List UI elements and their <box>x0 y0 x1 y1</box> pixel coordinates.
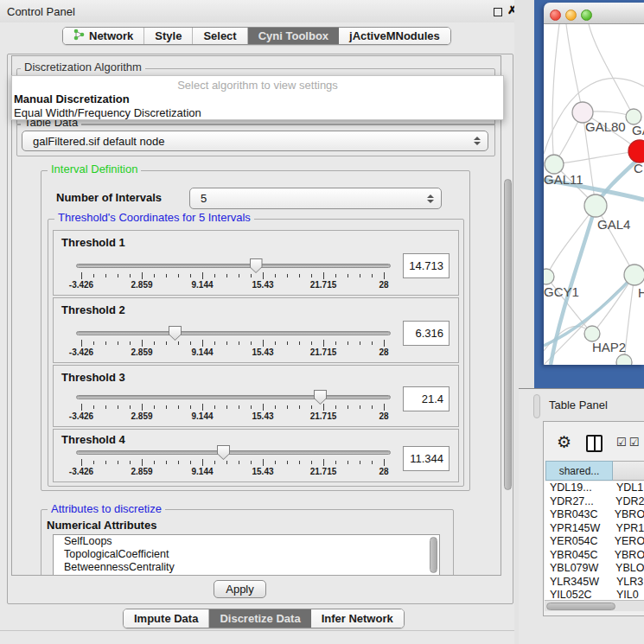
tab-select[interactable]: Select <box>193 28 247 44</box>
list-item[interactable]: TopologicalCoefficient <box>54 548 439 561</box>
table-row[interactable]: YBR045CYBRO <box>545 549 644 563</box>
network-node[interactable] <box>628 140 644 163</box>
column-header[interactable]: shared... <box>545 461 613 481</box>
minor-tick <box>154 274 155 277</box>
cell-shared-name: YDR27... <box>545 495 612 509</box>
minor-tick <box>360 405 360 409</box>
tick-label: 2.859 <box>131 467 152 476</box>
slider-thumb-face <box>218 446 229 459</box>
slider-thumb-face <box>169 327 181 340</box>
tab-label: jActiveMNodules <box>349 29 440 42</box>
table-row[interactable]: YLR345WYLR3 <box>545 576 644 590</box>
minor-tick <box>118 405 118 409</box>
network-edge <box>546 206 596 277</box>
tab-style[interactable]: Style <box>144 28 193 44</box>
list-item[interactable]: SelfLoops <box>54 535 439 548</box>
network-canvas[interactable]: GAL80GACGAL11GAL4GCY1HHAP2 <box>544 24 644 365</box>
threshold-value-field[interactable]: 11.344 <box>403 446 450 471</box>
major-tick <box>81 340 82 347</box>
major-tick <box>384 340 385 347</box>
minor-tick <box>287 405 288 409</box>
slider-track[interactable] <box>76 264 391 268</box>
vertical-scrollbar-thumb[interactable] <box>504 179 512 490</box>
tab-cyni-toolbox[interactable]: Cyni Toolbox <box>248 28 339 44</box>
minor-tick <box>93 341 94 345</box>
close-traffic-light-icon[interactable] <box>550 10 561 21</box>
minor-tick <box>166 405 167 409</box>
network-node[interactable] <box>545 155 564 174</box>
network-node[interactable] <box>624 265 644 285</box>
node-label: HAP2 <box>592 340 626 354</box>
table-row[interactable]: YBR043CYBRO <box>545 508 644 522</box>
major-tick <box>142 404 143 411</box>
network-node[interactable] <box>616 354 632 365</box>
list-scrollbar-thumb[interactable] <box>430 537 437 573</box>
table-row[interactable]: YDL19...YDL1 <box>545 481 644 495</box>
table-data-combobox[interactable]: galFiltered.sif default node <box>22 131 488 151</box>
threshold-value-field[interactable]: 6.316 <box>403 321 450 346</box>
major-tick <box>202 272 203 279</box>
minor-tick <box>130 274 131 277</box>
threshold-value-field[interactable]: 14.713 <box>403 253 450 278</box>
slider-thumb[interactable] <box>217 445 230 460</box>
slider-track[interactable] <box>76 331 391 335</box>
minor-tick <box>299 405 300 409</box>
table-row[interactable]: YDR27...YDR2 <box>545 495 644 509</box>
tab-infer-network[interactable]: Infer Network <box>311 609 404 628</box>
tab-network[interactable]: Network <box>63 28 144 44</box>
table-row[interactable]: YPR145WYPR1 <box>545 522 644 536</box>
minimize-traffic-light-icon[interactable] <box>565 10 577 21</box>
network-window-titlebar[interactable] <box>544 3 644 24</box>
threshold-panel: Threshold 4-3.4262.8599.14415.4321.71528… <box>53 429 459 482</box>
minor-tick <box>105 341 106 345</box>
algorithm-option-manual[interactable]: Manual Discretization <box>14 92 130 105</box>
cell-shared-name: YPR145W <box>545 522 613 536</box>
table-rows: YDL19...YDL1YDR27...YDR2YBR043CYBROYPR14… <box>545 481 644 602</box>
slider-thumb[interactable] <box>169 326 182 341</box>
tab-impute-data[interactable]: Impute Data <box>124 609 209 628</box>
column-header[interactable]: na <box>613 461 644 481</box>
network-node[interactable] <box>544 269 554 284</box>
horizontal-scrollbar[interactable] <box>545 600 644 611</box>
minor-tick <box>214 461 215 464</box>
checkbox-checked-icon[interactable]: ☑☑ <box>616 436 641 449</box>
tab-discretize-data[interactable]: Discretize Data <box>209 609 310 628</box>
zoom-traffic-light-icon[interactable] <box>581 10 592 21</box>
minor-tick <box>190 461 191 464</box>
tick-label: 21.715 <box>310 411 337 421</box>
minor-tick <box>166 461 167 464</box>
apply-button[interactable]: Apply <box>214 580 266 598</box>
major-tick <box>263 340 264 347</box>
minor-tick <box>226 341 227 345</box>
network-node[interactable] <box>584 194 607 217</box>
split-view-icon[interactable] <box>586 435 603 452</box>
number-of-intervals-combobox[interactable]: 5 <box>189 188 442 209</box>
major-tick <box>81 272 82 279</box>
threshold-value-field[interactable]: 21.4 <box>403 386 450 411</box>
tick-label: -3.426 <box>69 280 93 290</box>
slider-track[interactable] <box>76 395 391 399</box>
minor-tick <box>118 274 118 277</box>
tick-label: -3.426 <box>69 467 93 476</box>
minor-tick <box>275 274 276 277</box>
list-item[interactable]: BetweennessCentrality <box>54 561 439 574</box>
slider-thumb[interactable] <box>314 390 327 405</box>
gear-icon[interactable]: ⚙ <box>557 432 571 452</box>
node-label: H <box>638 285 644 300</box>
tab-jactivemnodules[interactable]: jActiveMNodules <box>339 28 450 44</box>
table-row[interactable]: YBL079WYBLO <box>545 562 644 576</box>
algorithm-option-equal-width[interactable]: Equal Width/Frequency Discretization <box>14 106 201 119</box>
screen: Control Panel ✗ NetworkStyleSelectCyni T… <box>0 0 644 644</box>
slider-thumb[interactable] <box>250 258 263 273</box>
panel-grip[interactable] <box>533 394 540 418</box>
major-tick <box>142 340 143 347</box>
table-row[interactable]: YER054CYERO <box>545 535 644 549</box>
vertical-scrollbar[interactable] <box>503 55 513 576</box>
slider-track[interactable] <box>76 450 391 455</box>
minor-tick <box>118 341 118 345</box>
horizontal-scrollbar-thumb[interactable] <box>546 603 615 610</box>
minor-tick <box>348 274 348 277</box>
algorithm-dropdown-popup: Select algorithm to view settings Manual… <box>11 75 504 120</box>
float-window-icon[interactable] <box>494 8 502 16</box>
cell-shared-name: YDL19... <box>545 481 613 495</box>
